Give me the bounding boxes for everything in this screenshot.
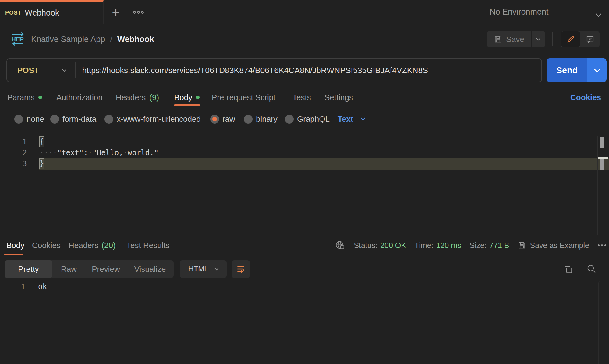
url-divider bbox=[75, 62, 76, 78]
view-pretty-button[interactable]: Pretty bbox=[5, 260, 52, 278]
url-bar: POST https://hooks.slack.com/services/T0… bbox=[6, 58, 542, 82]
send-options-button[interactable] bbox=[587, 58, 607, 82]
response-view-switcher: Pretty Raw Preview Visualize bbox=[5, 260, 174, 278]
view-preview-button[interactable]: Preview bbox=[85, 264, 126, 274]
request-tab-webhook[interactable]: POST Webhook bbox=[0, 0, 104, 24]
raw-format-selector[interactable]: Text bbox=[338, 113, 365, 125]
radio-binary[interactable]: binary bbox=[244, 113, 278, 125]
url-input[interactable]: https://hooks.slack.com/services/T06TD83… bbox=[82, 66, 428, 75]
breadcrumb: Knative Sample App / Webhook bbox=[31, 24, 154, 54]
response-format-selector[interactable]: HTML bbox=[180, 260, 227, 278]
send-button-group: Send bbox=[547, 58, 607, 82]
breadcrumb-separator: / bbox=[110, 35, 112, 44]
edit-comment-group bbox=[561, 31, 600, 47]
save-button-label: Save bbox=[506, 35, 524, 44]
breadcrumb-collection[interactable]: Knative Sample App bbox=[31, 35, 105, 44]
response-tab-test-results[interactable]: Test Results bbox=[126, 238, 170, 253]
size-value: 771 B bbox=[489, 241, 509, 250]
tabbar-bottom-border bbox=[104, 24, 609, 24]
copy-response-button[interactable] bbox=[564, 265, 573, 276]
save-button-group: Save bbox=[487, 31, 545, 47]
params-dot bbox=[38, 96, 42, 99]
radio-none[interactable]: none bbox=[14, 113, 44, 125]
environment-selector[interactable]: No Environment bbox=[490, 0, 549, 24]
tab-method-badge: POST bbox=[5, 9, 21, 16]
editor-line-3: 3 } bbox=[4, 158, 609, 169]
response-tab-body[interactable]: Body bbox=[6, 238, 24, 253]
svg-text:HTTP: HTTP bbox=[12, 36, 24, 42]
tab-body[interactable]: Body bbox=[174, 90, 200, 105]
save-button[interactable]: Save bbox=[487, 31, 531, 47]
tab-settings[interactable]: Settings bbox=[324, 90, 353, 105]
editor-ruler-divider bbox=[597, 136, 598, 235]
save-icon bbox=[494, 35, 502, 44]
tab-tests[interactable]: Tests bbox=[292, 90, 311, 105]
search-response-button[interactable] bbox=[586, 264, 597, 276]
radio-raw[interactable]: raw bbox=[210, 113, 235, 125]
cookies-link[interactable]: Cookies bbox=[570, 90, 601, 105]
response-options-icon[interactable] bbox=[598, 244, 606, 246]
tab-options-icon[interactable] bbox=[133, 11, 144, 14]
response-tab-headers[interactable]: Headers(20) bbox=[69, 238, 116, 253]
editor-line-2: 2 ····"text":·"Hello,·world." bbox=[4, 147, 609, 158]
radio-form-data[interactable]: form-data bbox=[50, 113, 96, 125]
save-icon bbox=[518, 241, 526, 250]
method-selector[interactable]: POST bbox=[17, 66, 39, 75]
network-icon[interactable] bbox=[335, 240, 345, 250]
save-options-button[interactable] bbox=[532, 31, 545, 47]
editor-ruler-mark-2 bbox=[600, 159, 604, 170]
body-dot bbox=[196, 96, 200, 99]
response-section-border bbox=[0, 235, 609, 235]
new-tab-button[interactable]: + bbox=[108, 5, 123, 19]
pencil-icon bbox=[566, 35, 575, 44]
response-body-line: 1 ok bbox=[0, 281, 609, 292]
comment-button[interactable] bbox=[580, 31, 600, 47]
breadcrumb-request[interactable]: Webhook bbox=[117, 35, 154, 44]
wrap-lines-icon bbox=[236, 264, 246, 274]
environment-chevron-icon[interactable] bbox=[597, 10, 600, 19]
wrap-lines-button[interactable] bbox=[232, 260, 250, 278]
status-stat: Status:200 OK bbox=[354, 241, 406, 250]
header-divider bbox=[552, 32, 553, 46]
tab-prerequest[interactable]: Pre-request Script bbox=[212, 90, 276, 105]
editor-ruler-mark-1 bbox=[600, 137, 604, 148]
body-tab-underline bbox=[174, 104, 200, 106]
method-chevron-icon[interactable] bbox=[62, 67, 66, 72]
comment-icon bbox=[586, 35, 595, 44]
request-body-editor[interactable]: 1 { 2 ····"text":·"Hello,·world." 3 } bbox=[4, 136, 609, 235]
tab-title: Webhook bbox=[25, 8, 59, 18]
save-as-example-button[interactable]: Save as Example bbox=[518, 241, 589, 250]
response-tab-cookies[interactable]: Cookies bbox=[32, 238, 61, 253]
view-raw-button[interactable]: Raw bbox=[52, 264, 85, 274]
environment-divider bbox=[479, 0, 479, 24]
status-value: 200 OK bbox=[380, 241, 406, 250]
edit-request-button[interactable] bbox=[561, 31, 580, 47]
time-stat: Time:120 ms bbox=[415, 241, 461, 250]
response-status-row: Status:200 OK Time:120 ms Size:771 B Sav… bbox=[329, 238, 606, 253]
radio-urlencoded[interactable]: x-www-form-urlencoded bbox=[104, 113, 201, 125]
response-body-underline bbox=[4, 254, 23, 255]
response-ruler-boundary bbox=[598, 281, 609, 364]
http-request-icon: HTTP bbox=[11, 32, 25, 46]
tab-headers[interactable]: Headers(9) bbox=[116, 90, 159, 105]
size-stat: Size:771 B bbox=[470, 241, 509, 250]
time-value: 120 ms bbox=[436, 241, 461, 250]
tab-params[interactable]: Params bbox=[7, 90, 42, 105]
radio-graphql[interactable]: GraphQL bbox=[285, 113, 330, 125]
view-visualize-button[interactable]: Visualize bbox=[126, 264, 174, 274]
editor-line-1: 1 { bbox=[4, 136, 609, 147]
send-button[interactable]: Send bbox=[547, 58, 587, 82]
tab-authorization[interactable]: Authorization bbox=[56, 90, 103, 105]
